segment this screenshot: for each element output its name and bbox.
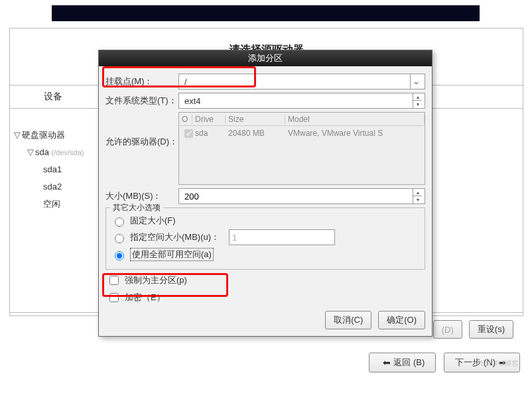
add-partition-dialog: 添加分区 挂载点(M)： / ⌄ 文件系统类型(T)： ext4 ▴▾ 允许的驱… <box>98 50 432 337</box>
force-primary-box[interactable] <box>109 276 119 285</box>
fs-type-label: 文件系统类型(T)： <box>105 95 178 107</box>
other-size-fieldset: 其它大小选项 固定大小(F) 指定空间大小(MB)(u)： 使用全部可用空间(a… <box>105 207 425 270</box>
spinner-icon[interactable]: ▴▾ <box>413 93 422 108</box>
force-primary-label: 强制为主分区(p) <box>125 274 187 286</box>
back-button[interactable]: ⬅返回 (B) <box>369 353 436 372</box>
drive-size: 20480 MB <box>226 129 285 138</box>
cancel-button[interactable]: 取消(C) <box>325 311 371 329</box>
radio-fixed[interactable]: 固定大小(F) <box>111 215 419 227</box>
col-model: Model <box>285 115 425 124</box>
radio-upto[interactable]: 指定空间大小(MB)(u)： <box>111 229 419 245</box>
spinner-icon[interactable]: ▴▾ <box>413 189 422 203</box>
tree-hint: (/dev/sda) <box>52 148 84 156</box>
column-header-device: 设备 <box>10 91 96 103</box>
drive-name: sda <box>192 129 226 138</box>
radio-use-all[interactable]: 使用全部可用空间(a) <box>111 248 419 261</box>
tree-node-sda2[interactable]: sda2 <box>14 178 100 196</box>
tree-twisty-icon[interactable]: ▽ <box>27 144 35 161</box>
watermark: 51CTO博客 <box>481 359 519 368</box>
radio-use-all-label: 使用全部可用空间(a) <box>130 248 214 261</box>
tree-node-hdd[interactable]: ▽硬盘驱动器 <box>14 127 100 144</box>
drive-model: VMware, VMware Virtual S <box>285 129 425 138</box>
reset-button[interactable]: 重设(s) <box>469 320 513 339</box>
size-input[interactable]: ▴▾ <box>178 188 425 204</box>
col-size: Size <box>226 115 285 124</box>
drive-table-header: O Drive Size Model <box>179 113 425 126</box>
device-tree[interactable]: ▽硬盘驱动器 ▽sda (/dev/sda) sda1 sda2 空闲 <box>14 127 100 213</box>
ok-button[interactable]: 确定(O) <box>378 311 425 329</box>
col-drive: Drive <box>192 115 226 124</box>
tree-label: 硬盘驱动器 <box>22 130 65 140</box>
radio-use-all-input[interactable] <box>115 251 124 260</box>
d-button: (D) <box>433 320 462 339</box>
allowed-drives-table[interactable]: O Drive Size Model sda 20480 MB VMware, … <box>178 112 425 185</box>
dialog-title: 添加分区 <box>99 50 432 66</box>
force-primary-check[interactable]: 强制为主分区(p) <box>107 274 425 287</box>
mount-point-value: / <box>182 77 187 87</box>
fs-type-combo[interactable]: ext4 ▴▾ <box>178 93 425 109</box>
allowed-drives-label: 允许的驱动器(D)： <box>105 112 178 148</box>
fs-type-value: ext4 <box>182 96 201 106</box>
mount-point-label: 挂载点(M)： <box>105 76 178 87</box>
drive-row[interactable]: sda 20480 MB VMware, VMware Virtual S <box>179 126 425 141</box>
encrypt-label: 加密（E） <box>125 292 165 304</box>
radio-fixed-input[interactable] <box>115 217 124 227</box>
tree-twisty-icon[interactable]: ▽ <box>14 127 22 144</box>
tree-node-sda1[interactable]: sda1 <box>14 161 100 178</box>
chevron-down-icon[interactable]: ⌄ <box>410 74 422 89</box>
radio-fixed-label: 固定大小(F) <box>130 215 176 227</box>
encrypt-box[interactable] <box>109 293 119 302</box>
tree-label: sda <box>35 147 49 157</box>
tree-node-sda[interactable]: ▽sda (/dev/sda) <box>14 144 100 161</box>
other-size-legend: 其它大小选项 <box>110 202 163 213</box>
encrypt-check[interactable]: 加密（E） <box>107 291 425 304</box>
mount-point-combo[interactable]: / ⌄ <box>178 74 425 89</box>
col-o: O <box>179 115 192 124</box>
size-field[interactable] <box>182 189 413 203</box>
arrow-left-icon: ⬅ <box>383 357 391 368</box>
radio-upto-input[interactable] <box>115 234 124 243</box>
top-dark-bar <box>52 5 480 21</box>
tree-node-free[interactable]: 空闲 <box>14 196 100 213</box>
back-label: 返回 (B) <box>393 357 425 368</box>
size-label: 大小(MB)(S)： <box>105 190 178 202</box>
upto-field <box>229 229 335 245</box>
radio-upto-label: 指定空间大小(MB)(u)： <box>130 231 220 243</box>
